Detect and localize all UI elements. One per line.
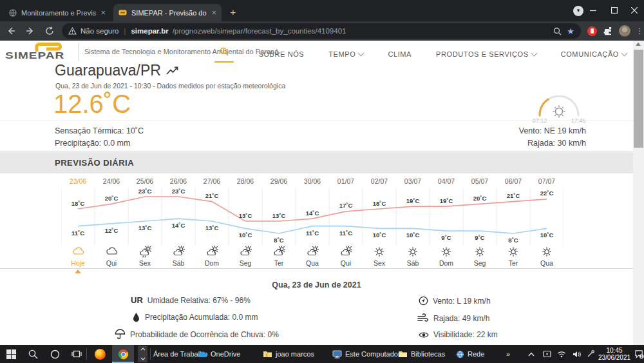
browser-menu-kebab-icon[interactable]: ⋮ bbox=[636, 26, 643, 35]
address-bar[interactable]: Não seguro | simepar.br /prognozweb/sime… bbox=[62, 23, 581, 39]
window-close-button[interactable] bbox=[624, 0, 644, 21]
tray-pen-icon[interactable] bbox=[584, 345, 597, 363]
icon-cell-05/07[interactable] bbox=[463, 246, 497, 259]
icon-cell-01/07[interactable] bbox=[329, 246, 363, 259]
day-cell-03/07[interactable]: Sáb bbox=[396, 259, 430, 267]
current-conditions-right: Vento: NE 19 km/h Rajada: 30 km/h bbox=[519, 125, 586, 150]
tab-close-icon[interactable]: × bbox=[100, 8, 106, 17]
back-button[interactable] bbox=[3, 23, 19, 39]
date-cell-03/07[interactable]: 03/07 bbox=[396, 177, 430, 185]
window-minimize-button[interactable] bbox=[583, 0, 603, 21]
nav-search-button[interactable] bbox=[214, 46, 234, 63]
scrollbar-up-arrow-icon[interactable] bbox=[636, 43, 641, 46]
forward-button[interactable] bbox=[22, 23, 39, 39]
browser-profile-avatar[interactable] bbox=[619, 25, 630, 37]
reload-button[interactable] bbox=[41, 23, 58, 39]
date-cell-28/06[interactable]: 28/06 bbox=[229, 177, 262, 185]
firefox-icon[interactable] bbox=[90, 345, 109, 363]
cortana-icon[interactable] bbox=[45, 345, 64, 363]
bookmark-star-icon[interactable]: ★ bbox=[567, 26, 574, 36]
browser-tab-monitoramento[interactable]: Monitoramento e Previsão - Bras × bbox=[4, 4, 111, 21]
day-cell-24/06[interactable]: Qui bbox=[95, 259, 128, 267]
icon-cell-28/06[interactable] bbox=[229, 246, 262, 259]
day-cell-28/06[interactable]: Seg bbox=[229, 259, 262, 267]
icon-cell-25/06[interactable] bbox=[128, 246, 162, 259]
trending-chart-icon[interactable] bbox=[166, 66, 179, 75]
taskbar-toolbar-este-computador[interactable]: Este Computador bbox=[332, 345, 401, 363]
nav-item-sobre-n-s[interactable]: SOBRE NÓS bbox=[258, 50, 304, 58]
toolbar-scroll-buttons[interactable] bbox=[138, 346, 147, 362]
icon-cell-06/07[interactable] bbox=[497, 246, 530, 259]
date-cell-23/06[interactable]: 23/06 bbox=[61, 177, 95, 185]
browser-tab-simepar-active[interactable]: SIMEPAR - Previsão do Tempo - C × bbox=[113, 4, 222, 21]
date-cell-25/06[interactable]: 25/06 bbox=[128, 177, 162, 185]
nav-item-clima[interactable]: CLIMA bbox=[388, 50, 412, 58]
date-cell-01/07[interactable]: 01/07 bbox=[329, 177, 363, 185]
taskbar-toolbar-joao-marcos[interactable]: joao marcos bbox=[263, 345, 314, 363]
tab-search-icon[interactable]: ▾ bbox=[573, 6, 583, 16]
zoom-page-icon[interactable] bbox=[553, 27, 562, 35]
taskbar-clock[interactable]: 10:45 23/06/2021 bbox=[596, 347, 633, 361]
icon-cell-07/07[interactable] bbox=[530, 246, 564, 259]
day-cell-26/06[interactable]: Sáb bbox=[162, 259, 195, 267]
day-cell-25/06[interactable]: Sex bbox=[128, 259, 162, 267]
partly-cloudy-icon bbox=[272, 246, 285, 258]
date-cell-02/07[interactable]: 02/07 bbox=[363, 177, 396, 185]
day-cell-01/07[interactable]: Qui bbox=[329, 259, 363, 267]
chrome-icon[interactable] bbox=[113, 345, 133, 363]
nav-item-produtos-e-servi-os[interactable]: PRODUTOS E SERVIÇOS bbox=[436, 50, 536, 58]
icon-cell-23/06[interactable] bbox=[61, 246, 95, 259]
day-cell-27/06[interactable]: Dom bbox=[195, 259, 229, 267]
day-cell-23/06[interactable]: Hoje bbox=[61, 259, 95, 267]
day-cell-04/07[interactable]: Dom bbox=[430, 259, 463, 267]
day-cell-06/07[interactable]: Ter bbox=[497, 259, 530, 267]
date-cell-07/07[interactable]: 07/07 bbox=[530, 177, 564, 185]
date-cell-26/06[interactable]: 26/06 bbox=[162, 177, 195, 185]
icon-cell-04/07[interactable] bbox=[430, 246, 463, 259]
taskbar-toolbar-onedrive[interactable]: OneDrive bbox=[197, 345, 240, 363]
svg-text:10˚C: 10˚C bbox=[406, 231, 420, 239]
date-cell-27/06[interactable]: 27/06 bbox=[195, 177, 229, 185]
simepar-logo[interactable]: SIMEPAR bbox=[5, 50, 64, 61]
svg-text:21˚C: 21˚C bbox=[205, 192, 219, 199]
day-cell-07/07[interactable]: Qua bbox=[530, 259, 564, 267]
tray-volume-icon[interactable] bbox=[569, 345, 583, 363]
nav-item-comunica-o[interactable]: COMUNICAÇÃO bbox=[561, 50, 627, 58]
task-view-icon[interactable] bbox=[67, 345, 86, 363]
icon-cell-30/06[interactable] bbox=[296, 246, 329, 259]
extension-icon-red[interactable] bbox=[587, 26, 597, 36]
tray-show-hidden-icons[interactable] bbox=[524, 345, 538, 363]
day-cell-05/07[interactable]: Seg bbox=[463, 259, 497, 267]
extensions-puzzle-icon[interactable] bbox=[603, 26, 613, 36]
icon-cell-03/07[interactable] bbox=[396, 246, 430, 259]
day-cell-30/06[interactable]: Qua bbox=[296, 259, 329, 267]
date-cell-29/06[interactable]: 29/06 bbox=[262, 177, 296, 185]
taskbar-toolbar-rede[interactable]: Rede bbox=[456, 345, 484, 363]
icon-cell-26/06[interactable] bbox=[162, 246, 195, 259]
start-button[interactable] bbox=[1, 345, 21, 363]
icon-cell-27/06[interactable] bbox=[195, 246, 229, 259]
nav-item-tempo[interactable]: TEMPO bbox=[328, 50, 363, 58]
tray-wifi-icon[interactable] bbox=[554, 345, 569, 363]
window-maximize-button[interactable] bbox=[604, 0, 625, 21]
icon-cell-24/06[interactable] bbox=[95, 246, 128, 259]
date-cell-24/06[interactable]: 24/06 bbox=[95, 177, 128, 185]
date-cell-04/07[interactable]: 04/07 bbox=[430, 177, 463, 185]
tab-close-icon[interactable]: × bbox=[211, 8, 216, 17]
tray-device-icon[interactable] bbox=[540, 345, 554, 363]
taskbar-toolbar-bibliotecas[interactable]: Bibliotecas bbox=[398, 345, 445, 363]
new-tab-button[interactable]: + bbox=[227, 6, 240, 19]
taskbar-search-icon[interactable] bbox=[23, 345, 43, 363]
date-cell-30/06[interactable]: 30/06 bbox=[296, 177, 329, 185]
taskbar-toolbar--[interactable]: » bbox=[506, 345, 510, 363]
page-scrollbar[interactable] bbox=[633, 41, 644, 345]
day-cell-29/06[interactable]: Ter bbox=[262, 259, 296, 267]
sunny-icon bbox=[473, 246, 486, 258]
icon-cell-29/06[interactable] bbox=[262, 246, 296, 259]
icon-cell-02/07[interactable] bbox=[363, 246, 396, 259]
scrollbar-thumb[interactable] bbox=[634, 50, 643, 148]
date-cell-06/07[interactable]: 06/07 bbox=[497, 177, 530, 185]
date-cell-05/07[interactable]: 05/07 bbox=[463, 177, 497, 185]
action-center-icon[interactable]: 1 bbox=[634, 345, 644, 363]
day-cell-02/07[interactable]: Sex bbox=[363, 259, 396, 267]
